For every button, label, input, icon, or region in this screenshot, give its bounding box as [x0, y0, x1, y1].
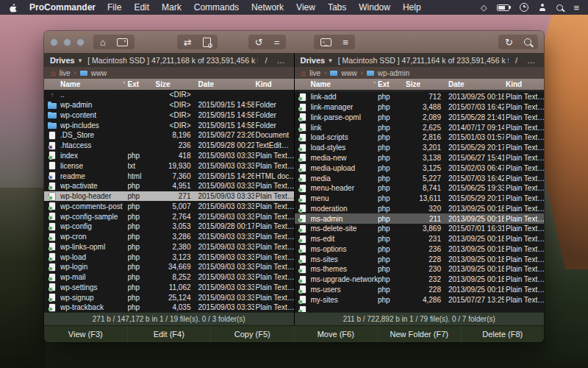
view-list-icon[interactable]: ≡: [343, 38, 348, 47]
table-row[interactable]: link php 2,625 2014/07/17 09:14 Plain Te…: [295, 122, 545, 132]
table-row[interactable]: menu php 13,611 2015/05/29 20:17 Plain T…: [295, 194, 545, 204]
table-row[interactable]: wp-cron php 3,286 2015/09/03 03:33 Plain…: [44, 232, 294, 242]
refresh-icon[interactable]: ↺: [255, 38, 263, 47]
table-row[interactable]: media-upload php 3,125 2015/02/03 06:47 …: [295, 163, 545, 173]
minimize-button[interactable]: [63, 38, 71, 46]
apple-icon[interactable]: [9, 2, 18, 13]
table-row[interactable]: index php 418 2015/09/03 03:33 Plain Tex…: [44, 151, 294, 161]
app-menu-title[interactable]: ProCommander: [29, 2, 96, 13]
table-row[interactable]: wp-content <DIR> 2015/09/15 14:58 Folder: [44, 110, 294, 121]
table-row[interactable]: media php 5,227 2015/07/03 16:42 Plain T…: [295, 173, 545, 183]
user-icon[interactable]: [539, 4, 546, 11]
file-search-icon[interactable]: [203, 38, 211, 47]
more-button[interactable]: …: [524, 56, 538, 65]
table-row[interactable]: wp-blog-header php 271 2015/09/03 03:33 …: [44, 191, 294, 202]
column-kind[interactable]: Kind: [504, 80, 544, 88]
swap-panes-icon[interactable]: ⇄: [184, 38, 192, 47]
menu-item[interactable]: Commands: [194, 2, 239, 13]
menu-item[interactable]: Window: [359, 2, 390, 13]
notification-list-icon[interactable]: ≡: [573, 3, 579, 13]
home-icon[interactable]: ⌂: [301, 69, 306, 77]
function-key-button[interactable]: Copy (F5): [211, 326, 295, 342]
menu-item[interactable]: Edit: [134, 2, 149, 13]
table-row[interactable]: ms-admin php 211 2013/09/25 00:18 Plain …: [295, 213, 545, 224]
table-row[interactable]: wp-login php 34,669 2015/09/03 03:33 Pla…: [44, 262, 294, 272]
function-key-button[interactable]: Edit (F4): [128, 326, 212, 342]
drives-dropdown[interactable]: Drives: [50, 56, 75, 65]
table-row[interactable]: wp-config php 3,053 2015/09/28 00:17 Pla…: [44, 222, 294, 232]
table-row[interactable]: .DS_Store 8,196 2015/09/27 23:26 Documen…: [44, 130, 294, 141]
table-row[interactable]: wp-activate php 4,951 2015/09/03 03:33 P…: [44, 181, 294, 191]
breadcrumb-item[interactable]: wp-admin: [378, 69, 409, 77]
table-row[interactable]: link-add php 712 2013/09/25 00:18 Plain …: [295, 92, 545, 102]
column-ext[interactable]: Ext: [128, 80, 156, 88]
column-name[interactable]: Name ˆ: [295, 80, 379, 88]
drive-icon[interactable]: [117, 38, 128, 46]
sync-icon[interactable]: ↻: [505, 38, 513, 47]
table-row[interactable]: .htaccess 236 2015/09/28 00:22 TextEdit…: [44, 141, 294, 151]
breadcrumb-root[interactable]: live: [60, 69, 71, 77]
table-row[interactable]: load-scripts php 2,816 2015/01/03 01:57 …: [295, 132, 545, 143]
menu-item[interactable]: View: [296, 2, 315, 13]
table-row[interactable]: ms-upgrade-network php 232 2013/09/25 00…: [295, 275, 545, 285]
breadcrumb-item[interactable]: www: [341, 69, 357, 77]
table-row[interactable]: wp-settings php 11,062 2015/09/03 03:33 …: [44, 283, 294, 293]
table-row[interactable]: wp-signup php 25,124 2015/09/03 03:33 Pl…: [44, 292, 294, 302]
close-button[interactable]: [50, 38, 58, 46]
table-row[interactable]: menu-header php 8,741 2015/06/25 19:33 P…: [295, 183, 545, 194]
terminal-icon[interactable]: ›_: [320, 38, 331, 46]
function-key-button[interactable]: New Folder (F7): [378, 326, 462, 342]
column-size[interactable]: Size: [406, 80, 444, 88]
table-row[interactable]: license txt 19,930 2015/09/03 03:33 Plai…: [44, 160, 294, 171]
table-row[interactable]: wp-links-opml php 2,380 2015/09/03 03:33…: [44, 241, 294, 252]
home-icon[interactable]: ⌂: [100, 38, 106, 47]
menu-item[interactable]: Help: [403, 2, 421, 13]
clock-icon[interactable]: [520, 3, 528, 12]
search-icon[interactable]: [556, 4, 563, 11]
chevron-down-icon[interactable]: ▾: [79, 57, 82, 64]
menu-item[interactable]: Tabs: [328, 2, 346, 13]
table-row[interactable]: link-parse-opml php 2,089 2015/05/28 21:…: [295, 113, 545, 123]
function-key-button[interactable]: Move (F6): [295, 326, 379, 342]
table-row[interactable]: wp-comments-post php 5,007 2015/09/03 03…: [44, 201, 294, 211]
chevron-down-icon[interactable]: ▾: [329, 57, 332, 64]
battery-icon[interactable]: [497, 4, 509, 11]
table-row[interactable]: moderation php 320 2013/09/25 00:18 Plai…: [295, 203, 545, 213]
column-date[interactable]: Date: [444, 80, 504, 88]
table-row[interactable]: ms-edit php 231 2013/09/25 00:18 Plain T…: [295, 234, 545, 244]
table-row[interactable]: wp-trackback php 4,035 2015/09/03 03:33 …: [44, 302, 294, 312]
table-row[interactable]: ms-delete-site php 3,869 2015/07/01 16:3…: [295, 224, 545, 234]
search-icon[interactable]: [524, 38, 531, 46]
equal-panes-icon[interactable]: =: [274, 38, 280, 47]
table-row[interactable]: wp-load php 3,123 2015/09/03 03:33 Plain…: [44, 252, 294, 262]
more-button[interactable]: …: [274, 56, 288, 65]
table-row[interactable]: wp-includes <DIR> 2015/09/15 14:58 Folde…: [44, 120, 294, 130]
table-row[interactable]: ms-sites php 228 2013/09/25 00:18 Plain …: [295, 254, 545, 264]
table-row[interactable]: wp-mail php 8,252 2015/09/03 03:33 Plain…: [44, 272, 294, 283]
column-date[interactable]: Date: [194, 80, 254, 88]
breadcrumb-item[interactable]: www: [91, 69, 107, 77]
table-row[interactable]: load-styles php 3,201 2015/05/29 20:17 P…: [295, 143, 545, 153]
table-row[interactable]: ms-themes php 230 2013/09/25 00:18 Plain…: [295, 264, 545, 275]
tag-icon[interactable]: ◇: [481, 4, 487, 12]
table-row[interactable]: wp-config-sample php 2,764 2015/09/03 03…: [44, 211, 294, 222]
function-key-button[interactable]: Delete (F8): [462, 326, 545, 342]
table-row[interactable]: readme html 7,360 2015/09/15 14:26 HTML …: [44, 171, 294, 181]
table-row[interactable]: wp-admin <DIR> 2015/09/15 14:58 Folder: [44, 100, 294, 110]
column-size[interactable]: Size: [156, 80, 194, 88]
table-row[interactable]: link-manager php 3,488 2015/07/03 16:42 …: [295, 102, 545, 113]
root-button[interactable]: /: [512, 56, 520, 65]
drives-dropdown[interactable]: Drives: [301, 56, 326, 65]
table-row[interactable]: my-sites php 4,286 2015/07/27 13:25 Plai…: [295, 294, 545, 305]
table-row[interactable]: ms-options php 236 2013/09/25 00:18 Plai…: [295, 244, 545, 254]
function-key-button[interactable]: View (F3): [44, 326, 128, 342]
table-row[interactable]: media-new php 3,138 2015/06/27 15:41 Pla…: [295, 153, 545, 163]
home-icon[interactable]: ⌂: [51, 69, 56, 77]
zoom-button[interactable]: [76, 38, 85, 46]
root-button[interactable]: /: [262, 56, 270, 65]
menu-item[interactable]: Network: [251, 2, 284, 13]
table-row[interactable]: ms-users php 228 2013/09/25 00:18 Plain …: [295, 285, 545, 295]
breadcrumb-root[interactable]: live: [309, 69, 320, 77]
column-ext[interactable]: Ext: [378, 80, 406, 88]
menu-item[interactable]: File: [107, 2, 121, 13]
